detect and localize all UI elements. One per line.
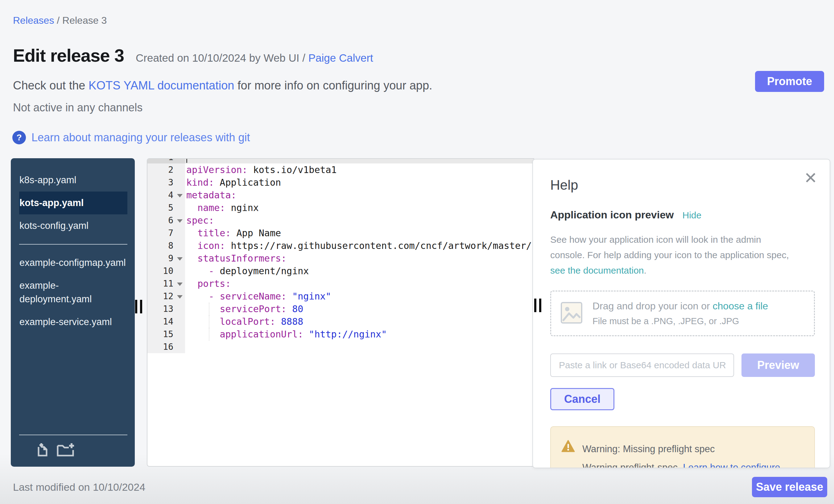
sidebar-divider — [19, 244, 127, 245]
editor-line[interactable]: 1--- — [148, 158, 533, 163]
dropzone-hint: File must be a .PNG, .JPEG, or .JPG — [592, 316, 739, 326]
editor-code-text[interactable]: apiVersion: kots.io/v1beta1 — [185, 163, 533, 176]
editor-code-text[interactable]: title: App Name — [185, 227, 533, 239]
fold-arrow-icon[interactable] — [177, 295, 182, 299]
editor-gutter-number: 15 — [148, 328, 185, 341]
editor-line[interactable]: 7 title: App Name — [148, 227, 533, 239]
file-list-bottom: example-configmap.yamlexample-deployment… — [11, 251, 135, 333]
hide-link[interactable]: Hide — [683, 210, 702, 221]
editor-line[interactable]: 11 ports: — [148, 277, 533, 290]
editor-line[interactable]: 14 localPort: 8888 — [148, 315, 533, 328]
warning-title: Warning: Missing preflight spec — [582, 443, 715, 454]
sidebar-resize-handle[interactable] — [135, 300, 145, 313]
breadcrumb-current: Release 3 — [62, 15, 107, 26]
new-file-icon[interactable] — [36, 443, 50, 458]
editor-gutter-number: 1 — [148, 158, 185, 163]
indent-guide — [209, 328, 210, 341]
editor-code-text[interactable]: statusInformers: — [185, 252, 533, 265]
see-documentation-link[interactable]: see the documentation — [550, 265, 644, 276]
sidebar-file-kots-app.yaml[interactable]: kots-app.yaml — [19, 192, 127, 214]
sidebar-file-example-configmap.yaml[interactable]: example-configmap.yaml — [11, 251, 135, 274]
page-title: Edit release 3 — [13, 45, 124, 66]
kots-yaml-doc-link[interactable]: KOTS YAML documentation — [89, 79, 234, 92]
editor-code-text[interactable]: --- — [185, 158, 533, 163]
editor-line[interactable]: 15 applicationUrl: "http://nginx" — [148, 328, 533, 341]
editor-gutter-number: 8 — [148, 239, 185, 252]
editor-code-text[interactable]: servicePort: 80 — [185, 303, 533, 315]
breadcrumb: Releases / Release 3 — [13, 15, 107, 26]
cancel-button[interactable]: Cancel — [550, 388, 614, 410]
editor-code-text[interactable] — [185, 341, 533, 353]
editor-line[interactable]: 5 name: nginx — [148, 201, 533, 214]
git-releases-link[interactable]: Learn about managing your releases with … — [31, 131, 250, 144]
sidebar-file-kots-config.yaml[interactable]: kots-config.yaml — [11, 214, 135, 237]
editor-code-text[interactable]: icon: https://raw.githubusercontent.com/… — [185, 239, 533, 252]
fold-arrow-icon[interactable] — [177, 219, 182, 223]
editor-code-text[interactable]: name: nginx — [185, 201, 533, 214]
warning-body: Warning preflight-spec. — [582, 462, 683, 468]
preview-button[interactable]: Preview — [742, 353, 815, 377]
editor-gutter-number: 7 — [148, 227, 185, 239]
author-link[interactable]: Paige Calvert — [308, 52, 373, 64]
new-folder-icon[interactable] — [57, 443, 75, 458]
doc-hint-line: Check out the KOTS YAML documentation fo… — [13, 79, 433, 92]
editor-line[interactable]: 10 - deployment/nginx — [148, 265, 533, 277]
icon-url-input[interactable] — [550, 353, 734, 377]
choose-file-link[interactable]: choose a file — [713, 301, 768, 311]
editor-line[interactable]: 3kind: Application — [148, 176, 533, 189]
fold-arrow-icon[interactable] — [177, 283, 182, 286]
editor-code-text[interactable]: applicationUrl: "http://nginx" — [185, 328, 533, 341]
sidebar-file-example-service.yaml[interactable]: example-service.yaml — [11, 311, 135, 333]
editor-gutter-number: 2 — [148, 163, 185, 176]
save-release-button[interactable]: Save release — [752, 477, 827, 497]
editor-gutter-number: 13 — [148, 303, 185, 315]
editor-code-text[interactable]: - deployment/nginx — [185, 265, 533, 277]
warning-icon — [561, 440, 575, 468]
editor-gutter-number: 16 — [148, 341, 185, 353]
editor-code-text[interactable]: metadata: — [185, 189, 533, 201]
dropzone-text: Drag and drop your icon or — [592, 301, 713, 311]
sidebar-file-example-deployment.yaml[interactable]: example-deployment.yaml — [11, 274, 135, 311]
editor-line[interactable]: 16 — [148, 341, 533, 353]
file-list-top: k8s-app.yamlkots-app.yamlkots-config.yam… — [11, 169, 135, 237]
editor-line[interactable]: 4metadata: — [148, 189, 533, 201]
editor-gutter-number: 11 — [148, 277, 185, 290]
editor-code-text[interactable]: kind: Application — [185, 176, 533, 189]
close-icon[interactable]: ✕ — [804, 170, 817, 186]
help-panel: ✕ Help Application icon preview Hide See… — [532, 159, 830, 468]
breadcrumb-separator: / — [57, 15, 62, 26]
fold-arrow-icon[interactable] — [177, 257, 182, 261]
editor-gutter-number: 5 — [148, 201, 185, 214]
editor-line[interactable]: 12 - serviceName: "nginx" — [148, 290, 533, 303]
sidebar-file-k8s-app.yaml[interactable]: k8s-app.yaml — [11, 169, 135, 192]
image-placeholder-icon — [561, 302, 583, 325]
editor-gutter-number: 4 — [148, 189, 185, 201]
editor-gutter-number: 3 — [148, 176, 185, 189]
breadcrumb-releases-link[interactable]: Releases — [13, 15, 54, 26]
question-icon: ? — [12, 131, 26, 144]
editor-code-text[interactable]: - serviceName: "nginx" — [185, 290, 533, 303]
editor-code-text[interactable]: localPort: 8888 — [185, 315, 533, 328]
yaml-editor[interactable]: 1---2apiVersion: kots.io/v1beta13kind: A… — [147, 158, 534, 467]
editor-line[interactable]: 8 icon: https://raw.githubusercontent.co… — [148, 239, 533, 252]
fold-arrow-icon[interactable] — [177, 194, 182, 197]
editor-line[interactable]: 9 statusInformers: — [148, 252, 533, 265]
file-tree-sidebar: k8s-app.yamlkots-app.yamlkots-config.yam… — [11, 158, 135, 467]
editor-line[interactable]: 13 servicePort: 80 — [148, 303, 533, 315]
editor-code-text[interactable]: spec: — [185, 214, 533, 227]
editor-line[interactable]: 6spec: — [148, 214, 533, 227]
last-modified-note: Last modified on 10/10/2024 — [13, 481, 145, 493]
icon-dropzone[interactable]: Drag and drop your icon or choose a file… — [550, 290, 815, 336]
editor-line[interactable]: 2apiVersion: kots.io/v1beta1 — [148, 163, 533, 176]
editor-code-text[interactable]: ports: — [185, 277, 533, 290]
editor-gutter-number: 10 — [148, 265, 185, 277]
indent-guide — [209, 303, 210, 315]
help-resize-handle[interactable] — [534, 299, 544, 312]
promote-button[interactable]: Promote — [755, 71, 824, 92]
indent-guide — [209, 315, 210, 328]
channel-status: Not active in any channels — [13, 101, 142, 114]
warning-banner: Warning: Missing preflight spec Warning … — [550, 426, 815, 468]
editor-gutter-number: 12 — [148, 290, 185, 303]
warning-configure-link[interactable]: Learn how to configure — [683, 462, 780, 468]
editor-gutter-number: 6 — [148, 214, 185, 227]
